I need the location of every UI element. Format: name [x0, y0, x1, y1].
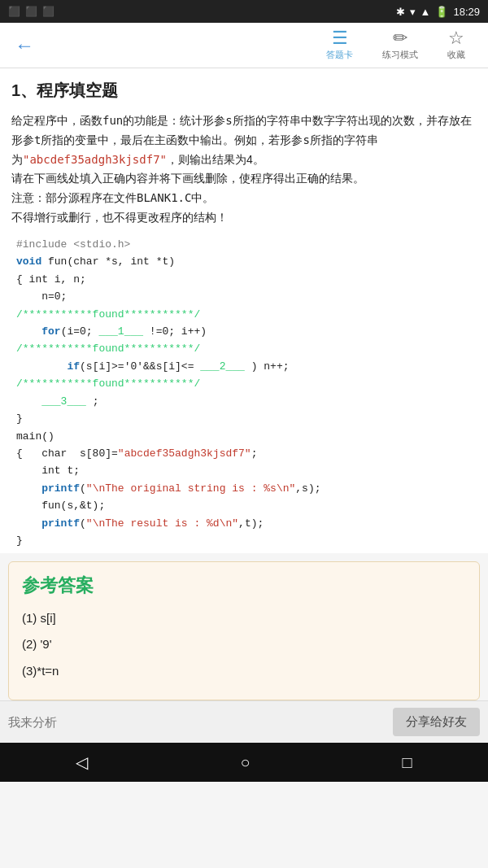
practice-mode-button[interactable]: ✏ 练习模式 [368, 26, 433, 64]
time-display: 18:29 [453, 6, 480, 18]
question-title: 1、程序填空题 [11, 80, 477, 102]
status-bar: ⬛ ⬛ ⬛ ✱ ▾ ▲ 🔋 18:29 [0, 0, 488, 23]
back-nav-button[interactable]: ◁ [59, 746, 104, 779]
battery-icon: 🔋 [435, 6, 448, 18]
status-icons-right: ✱ ▾ ▲ 🔋 18:29 [396, 6, 480, 18]
answer-card-button[interactable]: ☰ 答题卡 [312, 26, 368, 64]
bottom-bar: 分享给好友 [0, 700, 488, 743]
practice-mode-label: 练习模式 [382, 49, 418, 61]
ref-item-1: (1) s[i] [22, 609, 466, 628]
code-block: #include <stdio.h> void fun(char *s, int… [11, 233, 477, 553]
question-description: 给定程序中，函数fun的功能是：统计形参s所指的字符串中数字字符出现的次数，并存… [11, 111, 477, 228]
code-line-16: fun(s,&t); [16, 497, 472, 514]
share-button[interactable]: 分享给好友 [393, 708, 480, 736]
code-line-3: { int i, n; [16, 271, 472, 288]
collect-label: 收藏 [447, 49, 465, 61]
status-icons-left: ⬛ ⬛ ⬛ [8, 6, 54, 17]
recents-nav-button[interactable]: □ [386, 747, 428, 779]
code-line-4: n=0; [16, 288, 472, 305]
code-line-1: #include <stdio.h> [16, 236, 472, 253]
back-button[interactable]: ← [8, 28, 41, 63]
code-line-13: { char s[80]="abcdef35adgh3kjsdf7"; [16, 445, 472, 462]
analysis-input[interactable] [8, 715, 385, 729]
app-icon-1: ⬛ [8, 6, 20, 17]
code-line-12: main() [16, 428, 472, 445]
app-icon-3: ⬛ [42, 6, 54, 17]
code-line-6: for(i=0; ___1___ !=0; i++) [16, 323, 472, 340]
bluetooth-icon: ✱ [396, 6, 405, 18]
code-line-8: if(s[i]>='0'&&s[i]<= ___2___ ) n++; [16, 358, 472, 375]
answer-card-label: 答题卡 [326, 49, 353, 61]
answer-card-icon: ☰ [332, 29, 348, 47]
code-line-5: /***********found***********/ [16, 306, 472, 323]
ref-section: 参考答案 (1) s[i] (2) '9' (3)*t=n [8, 561, 480, 701]
ref-item-2: (2) '9' [22, 635, 466, 654]
collect-button[interactable]: ☆ 收藏 [433, 26, 480, 64]
collect-icon: ☆ [448, 29, 464, 47]
code-line-10: ___3___ ; [16, 393, 472, 410]
signal-icon: ▲ [420, 6, 431, 18]
code-line-7: /***********found***********/ [16, 340, 472, 357]
ref-item-3: (3)*t=n [22, 662, 466, 681]
ref-title: 参考答案 [22, 574, 466, 598]
app-icon-2: ⬛ [25, 6, 37, 17]
code-line-17: printf("\nThe result is : %d\n",t); [16, 515, 472, 532]
code-line-15: printf("\nThe original string is : %s\n"… [16, 480, 472, 497]
top-nav: ← ☰ 答题卡 ✏ 练习模式 ☆ 收藏 [0, 23, 488, 68]
wifi-icon: ▾ [410, 6, 416, 18]
code-line-11: } [16, 410, 472, 427]
code-line-14: int t; [16, 462, 472, 479]
practice-mode-icon: ✏ [393, 29, 407, 47]
code-line-18: } [16, 532, 472, 549]
nav-actions: ☰ 答题卡 ✏ 练习模式 ☆ 收藏 [41, 26, 480, 64]
home-nav-button[interactable]: ○ [224, 747, 266, 779]
code-line-9: /***********found***********/ [16, 375, 472, 392]
code-line-2: void fun(char *s, int *t) [16, 253, 472, 270]
page-content: 1、程序填空题 给定程序中，函数fun的功能是：统计形参s所指的字符串中数字字符… [0, 68, 488, 553]
android-nav-bar: ◁ ○ □ [0, 743, 488, 782]
